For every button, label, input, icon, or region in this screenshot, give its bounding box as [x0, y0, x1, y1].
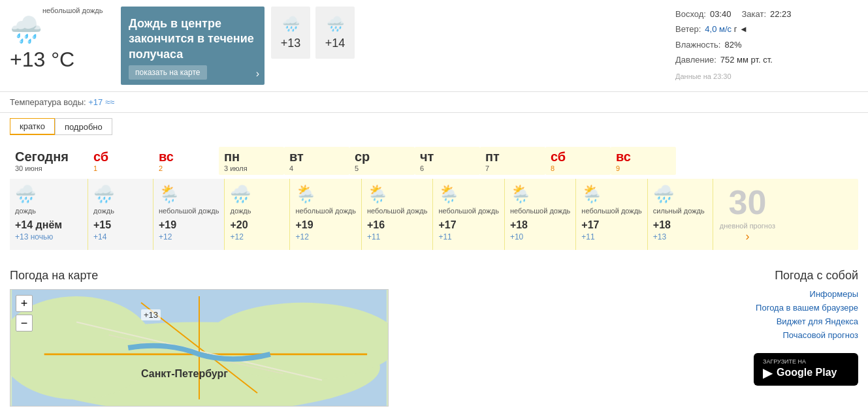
- forecast-nighttemp-7: +10: [510, 232, 523, 241]
- day-header-1: сб 1: [88, 147, 153, 175]
- forecast-cell-3[interactable]: 🌧️ дождь +20 +12: [225, 179, 290, 250]
- forecast-cell-9[interactable]: 🌧️ сильный дождь +18 +13: [648, 179, 713, 250]
- wind-dir-icon: г: [734, 24, 737, 34]
- forecast-icon-7: 🌦️: [510, 184, 531, 204]
- forecast-daytemp-8: +17: [581, 219, 599, 231]
- forecast-nighttemp-5: +11: [367, 232, 380, 241]
- forecast-nighttemp-8: +11: [581, 232, 594, 241]
- forecast-icon-0: 🌧️: [15, 184, 36, 204]
- day-date-5: 5: [355, 164, 410, 172]
- forecast-cond-6: небольшой дождь: [438, 207, 498, 215]
- link-browser[interactable]: Погода в вашем браузере: [756, 303, 858, 313]
- forecast-nighttemp-9: +13: [653, 232, 666, 241]
- google-play-button[interactable]: ЗАГРУЗИТЕ НА ▶ Google Play: [754, 353, 858, 386]
- forecast-daytemp-3: +20: [230, 219, 248, 231]
- tabs-row: кратко подробно: [0, 113, 868, 140]
- day-date-3: 3 июля: [224, 164, 279, 172]
- pressure-row: Давление: 752 мм рт. ст.: [675, 52, 858, 67]
- day-name-3: пн: [224, 149, 279, 164]
- day-date-8: 8: [551, 164, 605, 172]
- wind-arrow: ◄: [739, 24, 748, 34]
- tab-detailed[interactable]: подробно: [55, 118, 112, 135]
- forecast-daytemp-7: +18: [510, 219, 528, 231]
- forecast-cell-8[interactable]: 🌦️ небольшой дождь +17 +11: [576, 179, 647, 250]
- map-zoom-out-button[interactable]: −: [16, 315, 33, 332]
- day-name-1: сб: [93, 149, 148, 164]
- current-weather-icon: 🌧️: [10, 14, 42, 45]
- forecast-nighttemp-0: +13 ночью: [15, 232, 53, 241]
- humidity-label: Влажность:: [675, 37, 720, 52]
- sunrise-label: Восход:: [675, 7, 706, 22]
- link-informers[interactable]: Информеры: [810, 289, 858, 299]
- forecast-daytemp-1: +15: [93, 219, 111, 231]
- forecast-daytemp-2: +19: [159, 219, 176, 231]
- forecast-cell-7[interactable]: 🌦️ небольшой дождь +18 +10: [505, 179, 576, 250]
- water-waves-icon: ≈≈: [105, 97, 114, 107]
- forecast-cond-4: небольшой дождь: [295, 207, 355, 215]
- forecast-cell-1[interactable]: 🌧️ дождь +15 +14: [88, 179, 153, 250]
- forecast-icon-3: 🌧️: [230, 184, 251, 204]
- right-panel: Погода с собой Информеры Погода в вашем …: [728, 269, 858, 407]
- forecast-cell-6[interactable]: 🌦️ небольшой дождь +17 +11: [433, 179, 504, 250]
- thirty-days-button[interactable]: 30 дневной прогноз ›: [713, 179, 782, 250]
- wind-value: 4,0 м/с г ◄: [705, 22, 748, 37]
- forecast-cond-0: дождь: [15, 207, 36, 215]
- nearby-icon-1: 🌧️: [282, 16, 300, 33]
- humidity-row: Влажность: 82%: [675, 37, 858, 52]
- wind-link[interactable]: 4,0 м/с: [705, 24, 731, 34]
- forecast-daytemp-5: +16: [367, 219, 385, 231]
- show-on-map-button[interactable]: показать на карте: [129, 65, 207, 80]
- day-name-5: ср: [355, 149, 410, 164]
- forecast-header: Сегодня 30 июня сб 1 вс 2 пн 3 июля вт 4…: [10, 147, 858, 175]
- forecast-cond-5: небольшой дождь: [367, 207, 427, 215]
- forecast-cond-8: небольшой дождь: [581, 207, 641, 215]
- forecast-icon-4: 🌦️: [295, 184, 316, 204]
- map-section: Погода на карте Санкт-Петербург +13: [10, 269, 715, 407]
- day-name-0: Сегодня: [15, 149, 83, 164]
- forecast-cond-9: сильный дождь: [653, 207, 705, 215]
- day-date-7: 7: [485, 164, 540, 172]
- forecast-icon-6: 🌦️: [438, 184, 459, 204]
- day-name-4: вт: [289, 149, 344, 164]
- water-temp-label: Температура воды:: [10, 97, 86, 107]
- forecast-cell-2[interactable]: 🌦️ небольшой дождь +19 +12: [153, 179, 225, 250]
- day-name-7: пт: [485, 149, 540, 164]
- forecast-grid: 🌧️ дождь +14 днём +13 ночью 🌧️ дождь +15…: [10, 179, 858, 250]
- google-play-big: Google Play: [777, 367, 837, 378]
- forecast-cell-5[interactable]: 🌦️ небольшой дождь +16 +11: [362, 179, 433, 250]
- rain-banner: Дождь в центре закончится в течение полу…: [121, 7, 265, 85]
- day-header-5: ср 5: [349, 147, 415, 175]
- day-name-8: сб: [551, 149, 605, 164]
- right-panel-links: Информеры Погода в вашем браузере Виджет…: [728, 289, 858, 340]
- tab-brief[interactable]: кратко: [10, 118, 55, 135]
- current-condition: небольшой дождь: [42, 7, 103, 14]
- nearby-cell-2: 🌧️ +14: [315, 7, 355, 59]
- forecast-cond-1: дождь: [93, 207, 114, 215]
- weather-details: Восход: 03:40 Закат: 22:23 Ветер: 4,0 м/…: [675, 7, 858, 83]
- day-name-6: чт: [420, 149, 475, 164]
- google-play-icon: ▶: [763, 365, 773, 380]
- pressure-label: Давление:: [675, 52, 716, 67]
- thirty-days-number: 30: [728, 185, 766, 219]
- day-date-9: 9: [616, 164, 671, 172]
- day-name-2: вс: [159, 149, 214, 164]
- bottom-section: Погода на карте Санкт-Петербург +13: [0, 259, 868, 416]
- forecast-icon-5: 🌦️: [367, 184, 388, 204]
- forecast-cond-2: небольшой дождь: [159, 207, 219, 215]
- forecast-cell-4[interactable]: 🌦️ небольшой дождь +19 +12: [290, 179, 361, 250]
- forecast-nighttemp-4: +12: [295, 232, 308, 241]
- map-zoom-in-button[interactable]: +: [16, 295, 33, 312]
- water-temp-value: +17: [88, 97, 103, 107]
- water-temp-row: Температура воды: +17 ≈≈: [0, 92, 868, 113]
- wind-row: Ветер: 4,0 м/с г ◄: [675, 22, 858, 37]
- nearby-icon-2: 🌧️: [327, 16, 344, 33]
- link-hourly[interactable]: Почасовой прогноз: [783, 330, 859, 340]
- link-widget[interactable]: Виджет для Яндекса: [777, 317, 858, 326]
- forecast-daytemp-0: +14 днём: [15, 219, 62, 231]
- forecast-cell-0[interactable]: 🌧️ дождь +14 днём +13 ночью: [10, 179, 88, 250]
- day-date-4: 4: [289, 164, 344, 172]
- nearby-temp-2: +14: [325, 37, 346, 50]
- day-header-2: вс 2: [153, 147, 219, 175]
- sunset-label: Закат:: [741, 7, 766, 22]
- day-name-9: вс: [616, 149, 671, 164]
